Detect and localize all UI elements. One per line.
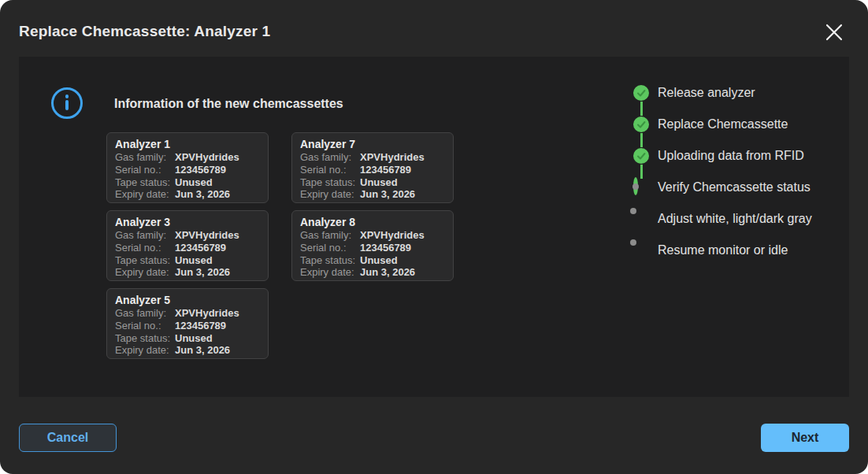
field-label: Tape status: [300, 254, 360, 267]
analyzer-card-1: Analyzer 1 Gas family:XPVHydrides Serial… [106, 132, 269, 203]
card-field-row: Expiry date:Jun 3, 2026 [115, 344, 260, 357]
step-verify-chemcassette-status: Verify Chemcassette status [633, 172, 812, 203]
field-value: 123456789 [175, 242, 226, 254]
field-value: Unused [360, 176, 398, 189]
field-value: 123456789 [360, 164, 411, 176]
step-pending-icon [633, 243, 649, 258]
field-label: Tape status: [115, 332, 175, 345]
step-label: Adjust white, light/dark gray [658, 212, 812, 226]
step-label: Verify Chemcassette status [658, 180, 811, 194]
replace-chemcassette-dialog: Replace Chemcassette: Analyzer 1 Informa… [0, 0, 868, 474]
step-label: Release analyzer [658, 86, 755, 100]
step-label: Replace Chemcassette [658, 117, 788, 131]
analyzer-card-3: Analyzer 3 Gas family:XPVHydrides Serial… [106, 210, 269, 281]
analyzer-card-title: Analyzer 7 [300, 138, 445, 151]
field-value: XPVHydrides [175, 151, 239, 164]
analyzer-card-title: Analyzer 3 [115, 216, 260, 229]
field-value: Unused [175, 332, 213, 345]
field-label: Expiry date: [300, 266, 360, 279]
field-label: Expiry date: [300, 188, 360, 201]
analyzer-card-5: Analyzer 5 Gas family:XPVHydrides Serial… [106, 288, 269, 359]
progress-stepper: Release analyzer Replace Chemcassette Up… [633, 77, 812, 266]
card-field-row: Serial no.:123456789 [115, 320, 260, 332]
field-label: Serial no.: [300, 164, 360, 176]
card-field-row: Tape status:Unused [115, 176, 260, 189]
cancel-button[interactable]: Cancel [19, 424, 117, 452]
analyzer-cards-grid: Analyzer 1 Gas family:XPVHydrides Serial… [106, 132, 454, 359]
step-release-analyzer: Release analyzer [633, 77, 812, 109]
field-value: Unused [175, 176, 213, 189]
card-field-row: Expiry date:Jun 3, 2026 [300, 188, 445, 201]
analyzer-card-7: Analyzer 7 Gas family:XPVHydrides Serial… [291, 132, 454, 203]
card-field-row: Tape status:Unused [300, 254, 445, 267]
card-field-row: Tape status:Unused [115, 254, 260, 267]
analyzer-card-title: Analyzer 5 [115, 294, 260, 307]
step-uploading-data-rfid: Uploading data from RFID [633, 140, 812, 172]
field-value: XPVHydrides [360, 229, 425, 242]
card-field-row: Serial no.:123456789 [300, 242, 445, 254]
card-field-row: Expiry date:Jun 3, 2026 [300, 266, 445, 279]
info-icon [51, 87, 83, 119]
field-label: Serial no.: [115, 320, 175, 332]
field-value: Jun 3, 2026 [175, 344, 230, 357]
field-label: Gas family: [300, 229, 360, 242]
field-label: Serial no.: [115, 242, 175, 254]
field-label: Tape status: [115, 176, 175, 189]
field-value: 123456789 [175, 320, 226, 332]
field-label: Tape status: [300, 176, 360, 189]
card-field-row: Gas family:XPVHydrides [115, 229, 260, 242]
step-replace-chemcassette: Replace Chemcassette [633, 109, 812, 140]
dialog-title: Replace Chemcassette: Analyzer 1 [19, 23, 270, 40]
card-field-row: Expiry date:Jun 3, 2026 [115, 266, 260, 279]
field-label: Expiry date: [115, 344, 175, 357]
field-value: Jun 3, 2026 [360, 266, 415, 279]
analyzer-card-title: Analyzer 8 [300, 216, 445, 229]
step-label: Resume monitor or idle [658, 243, 788, 257]
field-value: XPVHydrides [175, 229, 239, 242]
next-button[interactable]: Next [761, 424, 849, 452]
field-value: Jun 3, 2026 [175, 266, 230, 279]
card-field-row: Tape status:Unused [300, 176, 445, 189]
analyzer-card-title: Analyzer 1 [115, 138, 260, 151]
card-field-row: Tape status:Unused [115, 332, 260, 345]
field-value: 123456789 [175, 164, 226, 176]
field-label: Expiry date: [115, 266, 175, 279]
card-field-row: Serial no.:123456789 [115, 242, 260, 254]
field-value: Jun 3, 2026 [360, 188, 415, 201]
card-field-row: Expiry date:Jun 3, 2026 [115, 188, 260, 201]
step-done-check-icon [633, 148, 649, 164]
field-label: Gas family: [115, 307, 175, 320]
card-field-row: Gas family:XPVHydrides [115, 151, 260, 164]
card-field-row: Gas family:XPVHydrides [300, 229, 445, 242]
close-button[interactable] [821, 19, 848, 46]
field-value: XPVHydrides [175, 307, 239, 320]
field-label: Expiry date: [115, 188, 175, 201]
field-value: XPVHydrides [360, 151, 425, 164]
field-value: Unused [360, 254, 398, 267]
step-pending-icon [633, 211, 649, 227]
panel-heading: Information of the new chemcassettes [114, 97, 343, 111]
step-done-check-icon [633, 117, 649, 132]
card-field-row: Gas family:XPVHydrides [115, 307, 260, 320]
step-label: Uploading data from RFID [658, 149, 804, 163]
content-panel: Information of the new chemcassettes Ana… [19, 57, 849, 397]
field-value: 123456789 [360, 242, 411, 254]
card-field-row: Serial no.:123456789 [115, 164, 260, 176]
field-label: Gas family: [115, 229, 175, 242]
field-label: Serial no.: [300, 242, 360, 254]
close-icon [823, 21, 845, 43]
step-resume-monitor-idle: Resume monitor or idle [633, 235, 812, 266]
field-label: Serial no.: [115, 164, 175, 176]
field-label: Tape status: [115, 254, 175, 267]
card-field-row: Serial no.:123456789 [300, 164, 445, 176]
field-label: Gas family: [115, 151, 175, 164]
step-adjust-white-gray: Adjust white, light/dark gray [633, 203, 812, 235]
analyzer-card-8: Analyzer 8 Gas family:XPVHydrides Serial… [291, 210, 454, 281]
field-label: Gas family: [300, 151, 360, 164]
card-field-row: Gas family:XPVHydrides [300, 151, 445, 164]
step-current-icon [633, 180, 649, 195]
step-done-check-icon [633, 85, 649, 101]
field-value: Unused [175, 254, 213, 267]
field-value: Jun 3, 2026 [175, 188, 230, 201]
